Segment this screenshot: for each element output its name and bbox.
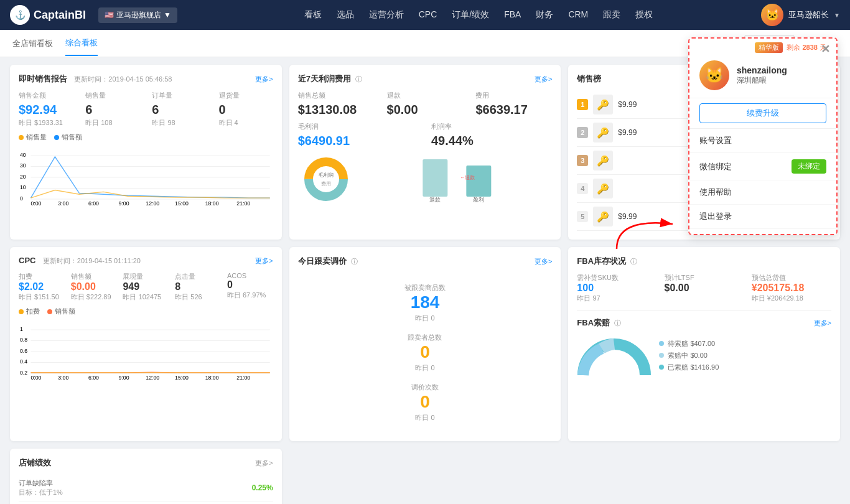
fba-claim-title-row: FBA索赔 ⓘ	[577, 317, 621, 329]
tracking-trackers-label: 跟卖者总数	[298, 333, 553, 342]
profit-more[interactable]: 更多>	[535, 75, 552, 84]
nav-tracking[interactable]: 跟卖	[603, 7, 620, 23]
store-selector[interactable]: 🇺🇸 亚马逊旗舰店 ▼	[98, 7, 177, 23]
subnav-overview[interactable]: 综合看板	[65, 31, 98, 56]
semicircle-svg	[577, 335, 652, 378]
perf-defect-rate-value: 0.25%	[252, 483, 273, 492]
upgrade-button[interactable]: 续费升级	[699, 103, 826, 123]
legend-sales-qty: 销售量	[19, 133, 47, 142]
nav-cpc[interactable]: CPC	[419, 7, 437, 23]
sales-report-title: 即时销售报告	[19, 74, 67, 83]
popup-header: 🐱 shenzailong 深圳船喂	[689, 53, 836, 98]
nav-crm[interactable]: CRM	[568, 7, 588, 23]
metric-total-sales: 销售总额 $13130.08	[298, 91, 375, 117]
user-chevron-icon: ▼	[834, 12, 840, 19]
metric-margin-value: 49.44%	[431, 134, 552, 148]
cpc-acos-sub: 昨日 67.97%	[227, 291, 273, 300]
logo-icon: ⚓	[10, 5, 30, 25]
tracking-tracked-sub: 昨日 0	[298, 314, 553, 323]
fba-claim-more[interactable]: 更多>	[814, 319, 831, 328]
sales-report-header: 即时销售报告 更新时间：2019-04-15 05:46:58 更多>	[19, 73, 273, 85]
svg-text:3:00: 3:00	[58, 200, 68, 207]
popup-premium-row: 精华版 剩余 2838 天	[689, 39, 836, 53]
profit-report-title-row: 近7天利润费用 ⓘ	[298, 73, 363, 85]
metric-sales-amount: 销售金额 $92.94 昨日 $1933.31	[19, 91, 73, 128]
nav-fba[interactable]: FBA	[504, 7, 521, 23]
rank-img-1: 🔑	[593, 95, 613, 114]
metric-sales-amount-label: 销售金额	[19, 91, 73, 100]
menu-item-account[interactable]: 账号设置	[689, 129, 836, 153]
svg-text:40: 40	[20, 152, 26, 158]
svg-text:←退款: ←退款	[460, 175, 475, 180]
profit-donut-chart: 毛利润 费用	[298, 153, 360, 203]
perf-defect-rate: 订单缺陷率 目标：低于1% 0.25%	[19, 475, 273, 502]
metric-gross-profit: 毛利润 $6490.91	[298, 122, 419, 148]
svg-text:21:00: 21:00	[236, 200, 250, 207]
profit-report-header: 近7天利润费用 ⓘ 更多>	[298, 73, 553, 85]
rank-num-1: 1	[577, 99, 588, 110]
fba-sku-label: 需补货SKU数	[577, 273, 656, 282]
nav-ops[interactable]: 运营分析	[369, 7, 404, 23]
fba-sku-value: 100	[577, 282, 656, 294]
cpc-legend-fee-dot	[19, 309, 24, 314]
fba-claim-header: FBA索赔 ⓘ 更多>	[577, 317, 831, 329]
claim-completed: 已索赔 $1416.90	[659, 363, 831, 372]
rank-img-5: 🔑	[593, 207, 613, 226]
tracking-adj-sub: 昨日 0	[298, 413, 553, 422]
rank-img-2: 🔑	[593, 123, 613, 142]
user-avatar: 🐱	[761, 4, 783, 26]
sales-chart-svg: 40 30 20 10 0 0:00 3:00 6:00 9:00	[19, 147, 273, 209]
nav-kanban[interactable]: 看板	[304, 7, 322, 23]
cpc-impressions-value: 949	[123, 281, 169, 292]
store-perf-header: 店铺绩效 更多>	[19, 457, 273, 469]
cpc-impressions-sub: 昨日 102475	[123, 292, 169, 302]
metric-orders-value: 6	[152, 103, 206, 117]
unbind-button[interactable]: 未绑定	[792, 159, 826, 174]
popup-close-btn[interactable]: ✕	[821, 42, 830, 56]
svg-text:0.2: 0.2	[20, 370, 27, 376]
sales-report-more[interactable]: 更多>	[255, 75, 273, 84]
svg-text:18:00: 18:00	[205, 375, 219, 381]
sales-metrics: 销售金额 $92.94 昨日 $1933.31 销售量 6 昨日 108 订单量…	[19, 91, 273, 128]
svg-text:1: 1	[20, 326, 23, 332]
fba-claim-title: FBA索赔	[577, 318, 610, 327]
svg-text:21:00: 21:00	[236, 375, 250, 381]
tracking-more[interactable]: 更多>	[535, 257, 552, 266]
cpc-more[interactable]: 更多>	[255, 256, 273, 266]
brand-logo[interactable]: ⚓ CaptainBI	[10, 5, 86, 25]
fba-inventory-title: FBA库存状况	[577, 256, 626, 266]
profit-metrics-2: 毛利润 $6490.91 利润率 49.44%	[298, 122, 553, 148]
menu-item-help[interactable]: 使用帮助	[689, 180, 836, 205]
metric-refund-value: $0.00	[387, 103, 464, 117]
perf-defect-rate-info: 订单缺陷率 目标：低于1%	[19, 478, 63, 497]
cpc-legend-fee-label: 扣费	[26, 307, 40, 316]
fba-inventory-header: FBA库存状况 ⓘ	[577, 256, 831, 267]
tracking-metric-tracked: 被跟卖商品数 184 昨日 0	[298, 278, 553, 328]
svg-text:15:00: 15:00	[175, 200, 189, 207]
menu-item-logout[interactable]: 退出登录	[689, 205, 836, 229]
cpc-updated: 更新时间：2019-04-15 01:11:20	[43, 257, 141, 264]
cpc-sales-label: 销售额	[71, 272, 117, 281]
fba-ltsf-value: $0.00	[665, 282, 744, 294]
navbar: ⚓ CaptainBI 🇺🇸 亚马逊旗舰店 ▼ 看板 选品 运营分析 CPC 订…	[0, 0, 850, 30]
nav-product[interactable]: 选品	[337, 7, 354, 23]
cpc-chart-legend: 扣费 销售额	[19, 307, 273, 316]
profit-bar-chart: 退款 盈利 ←退款	[368, 153, 553, 203]
cpc-title: CPC	[19, 256, 35, 265]
svg-text:费用: 费用	[321, 181, 331, 187]
svg-text:30: 30	[20, 162, 26, 169]
nav-auth[interactable]: 授权	[635, 7, 653, 23]
nav-orders[interactable]: 订单/绩效	[452, 7, 489, 23]
tracking-adj-label: 调价次数	[298, 383, 553, 392]
nav-finance[interactable]: 财务	[536, 7, 553, 23]
claim-legend: 待索赔 $407.00 索赔中 $0.00 已索赔 $1416.90	[659, 339, 831, 375]
subnav-all-stores[interactable]: 全店铺看板	[12, 32, 53, 55]
user-menu-trigger[interactable]: 🐱 亚马逊船长 ▼	[761, 4, 840, 26]
svg-text:6:00: 6:00	[88, 375, 99, 381]
claim-completed-label: 已索赔 $1416.90	[668, 363, 719, 372]
svg-text:3:00: 3:00	[58, 375, 68, 381]
perf-defect-rate-label: 订单缺陷率	[19, 478, 63, 488]
tracking-tracked-value: 184	[298, 292, 553, 312]
store-perf-more[interactable]: 更多>	[255, 459, 273, 468]
svg-rect-23	[466, 166, 491, 197]
